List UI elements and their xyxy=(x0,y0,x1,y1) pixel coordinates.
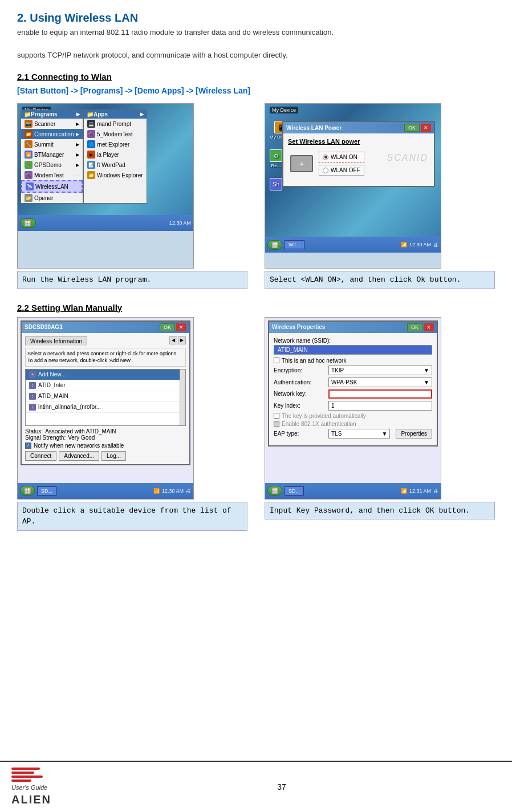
comm-item-cmdprompt[interactable]: 💻mand Prompt xyxy=(84,119,147,129)
comm-item-wordpad[interactable]: 📝ft WordPad xyxy=(84,160,147,170)
enable8021x-checkbox[interactable] xyxy=(274,421,279,427)
properties-btn[interactable]: Properties xyxy=(396,429,432,439)
communication-label: Communication xyxy=(34,131,74,137)
sdcsd-close-btn[interactable]: ✕ xyxy=(176,323,186,331)
eap-row: EAP type: TLS ▼ Properties xyxy=(274,429,432,439)
taskbar-time-2: 📶 12:30 AM 🖨 xyxy=(401,242,438,247)
list-item-atid-inter[interactable]: ↕ ATID_Inter xyxy=(26,380,185,391)
nav-arrows-3: ◀ ▶ xyxy=(169,336,186,346)
auth-select[interactable]: WPA-PSK ▼ xyxy=(328,377,432,387)
nav-next-3[interactable]: ▶ xyxy=(178,336,186,344)
wlan-dialog-titlebar: Wireless LAN Power OK ✕ xyxy=(283,122,434,133)
programs-label: Programs xyxy=(31,111,58,117)
desktop-area-2: My Device 📱 My Device ♻ Re... Sh xyxy=(265,104,441,237)
notify-checkbox[interactable]: ✓ xyxy=(25,442,31,449)
wlan-ok-button[interactable]: OK xyxy=(404,124,420,132)
tab-wireless-info[interactable]: Wireless Information xyxy=(25,336,87,346)
taskbar-time-1: 12:30 AM xyxy=(169,220,191,226)
menu-item-summit[interactable]: 🔧Summit▶ xyxy=(21,139,83,149)
menu-overlay-1: 📁Programs▶ 📷Scanner▶ 📁Communication▶ 🔧Su xyxy=(18,104,193,215)
eap-select[interactable]: TLS ▼ xyxy=(328,429,390,439)
footer: User's Guide ALIEN 37 xyxy=(0,761,512,812)
menu-item-modemtest[interactable]: 🔌ModemTest... xyxy=(21,170,83,180)
screenshot-3-block: SDCSD30AG1 OK ✕ Wireless Information xyxy=(17,317,247,531)
advanced-btn[interactable]: Advanced... xyxy=(59,451,99,461)
network-name-input[interactable]: ATID_MAIN xyxy=(274,345,432,355)
my-device-label-2: My Device xyxy=(270,107,298,113)
menu-item-wirelesslan[interactable]: 📡WirelessLAN xyxy=(21,180,83,193)
wlan-dialog: Wireless LAN Power OK ✕ Set Wireless LAN… xyxy=(282,121,435,187)
wlan-off-option[interactable]: WLAN OFF xyxy=(319,165,364,176)
screenshot-3: SDCSD30AG1 OK ✕ Wireless Information xyxy=(17,317,194,500)
adhoc-label: This is an ad hoc network xyxy=(282,358,346,364)
comm-item-winexplorer[interactable]: 📁Windows Explorer xyxy=(84,170,147,180)
start-button-2[interactable]: 🪟 xyxy=(267,240,282,250)
netkey-row: Network key: xyxy=(274,389,432,399)
keyindex-input[interactable]: 1 xyxy=(328,401,432,411)
auth-label: Authentication: xyxy=(274,379,325,385)
encryption-value: TKIP xyxy=(331,367,344,373)
desktop-area-3: SDCSD30AG1 OK ✕ Wireless Information xyxy=(18,318,193,483)
start-button-3[interactable]: 🪟 xyxy=(20,486,35,496)
wireless-ok-btn[interactable]: OK xyxy=(407,323,422,331)
wireless-titlebar: Wireless Properties OK ✕ xyxy=(269,322,437,333)
menu-item-communication[interactable]: 📁Communication▶ xyxy=(21,129,83,139)
wlan-on-radio xyxy=(323,155,328,160)
page-number: 37 xyxy=(63,782,501,791)
scrollbar-3[interactable] xyxy=(180,370,185,425)
list-item-addnew[interactable]: + Add New... xyxy=(26,370,185,380)
menu-item-opener[interactable]: 📂Opener xyxy=(21,193,83,203)
clock-2: 12:30 AM xyxy=(409,242,431,247)
wireless-close-btn[interactable]: ✕ xyxy=(424,323,434,331)
nav-prev-3[interactable]: ◀ xyxy=(169,336,177,344)
enable8021x-label: Enable 802.1X authentication xyxy=(282,421,356,427)
wlan-on-option[interactable]: WLAN ON xyxy=(319,152,364,163)
auth-row: Authentication: WPA-PSK ▼ xyxy=(274,377,432,387)
wlan-dialog-subtitle: Set Wireless LAN power xyxy=(288,138,429,145)
adhoc-checkbox[interactable] xyxy=(274,358,279,363)
action-btn-row-3: Connect Advanced... Log... xyxy=(25,451,186,461)
encryption-row: Encryption: TKIP ▼ xyxy=(274,366,432,375)
keyindex-label: Key index: xyxy=(274,403,325,409)
taskbar-bottom-2: 🪟 Wir... 📶 12:30 AM 🖨 xyxy=(265,237,441,253)
wireless-title: Wireless Properties xyxy=(272,324,325,330)
wlan-dialog-buttons: OK ✕ xyxy=(404,124,431,132)
netkey-input[interactable] xyxy=(328,389,432,399)
screenshot-2-block: My Device 📱 My Device ♻ Re... Sh xyxy=(265,103,495,289)
atid-inter-label: ATID_Inter xyxy=(38,382,66,388)
comm-item-iexplorer[interactable]: 🌐rnet Explorer xyxy=(84,139,147,149)
sdcsd-title: SDCSD30AG1 xyxy=(25,324,63,330)
list-item-intinn[interactable]: ↕ intinn_alinnaria_(nrofor... xyxy=(26,402,185,413)
intinn-icon: ↕ xyxy=(29,404,36,411)
start-button-1[interactable]: 🪟 xyxy=(20,218,36,228)
image-row-1: My Device 📱 My Device ♻ Recycle Bin xyxy=(17,103,495,289)
connect-btn[interactable]: Connect xyxy=(25,451,56,461)
screenshot-1-block: My Device 📱 My Device ♻ Recycle Bin xyxy=(17,103,247,289)
adhoc-row: This is an ad hoc network xyxy=(274,358,432,364)
log-btn[interactable]: Log... xyxy=(101,451,126,461)
list-item-atid-main[interactable]: ↕ ATID_MAIN xyxy=(26,391,185,402)
autokey-checkbox[interactable] xyxy=(274,413,279,419)
wlan-close-button[interactable]: ✕ xyxy=(421,124,431,132)
menu-item-gpsdemo[interactable]: 📍GPSDemo▶ xyxy=(21,160,83,170)
status-label: Status: xyxy=(25,428,43,435)
autokey-label: The key is provided automatically xyxy=(282,413,366,419)
notify-label: Notify when new networks available xyxy=(34,442,124,449)
signal-value: Very Good xyxy=(68,435,95,441)
network-list[interactable]: + Add New... ↕ ATID_Inter ↕ ATID_MAIN xyxy=(25,369,186,426)
wlan-dialog-title: Wireless LAN Power xyxy=(286,125,342,131)
page-title: 2. Using Wireless LAN xyxy=(17,11,495,25)
comm-item-5modemtest[interactable]: 🔌5_ModemTest xyxy=(84,129,147,139)
menu-item-btmanager[interactable]: 📶BTManager▶ xyxy=(21,149,83,160)
sdcsd-ok-btn[interactable]: OK xyxy=(160,323,175,331)
encryption-select[interactable]: TKIP ▼ xyxy=(328,366,432,375)
footer-logo-text: User's Guide xyxy=(11,784,47,791)
logo-line-3 xyxy=(11,776,43,778)
comm-item-mediaplayer[interactable]: ▶ia Player xyxy=(84,149,147,160)
footer-logo-brand: ALIEN xyxy=(11,793,51,806)
wlan-computer-icon: 🖥 xyxy=(290,155,313,172)
start-button-4[interactable]: 🪟 xyxy=(267,486,282,496)
programs-menu-header: 📁Programs▶ xyxy=(21,110,83,119)
sdcsd-instruction: Select a network and press connect or ri… xyxy=(25,348,186,367)
menu-item-scanner[interactable]: 📷Scanner▶ xyxy=(21,119,83,129)
